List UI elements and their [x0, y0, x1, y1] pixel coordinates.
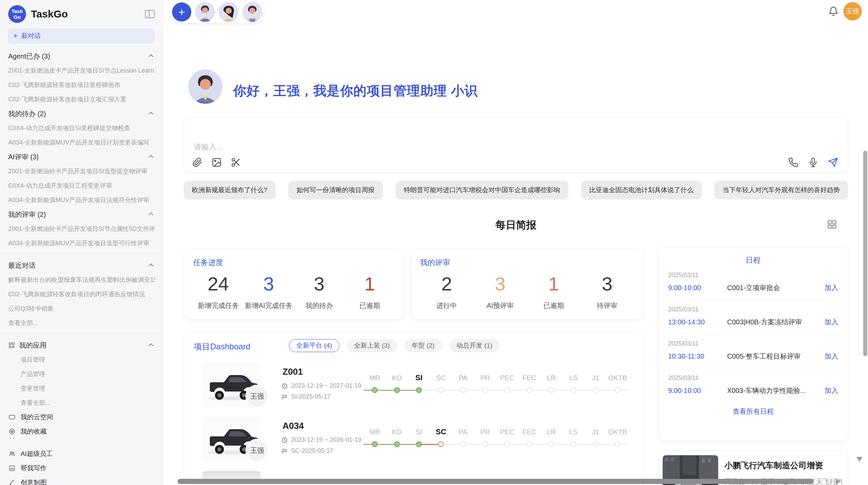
section-header-ai-review[interactable]: AI评审 (3)	[8, 153, 155, 161]
suggestion-chip[interactable]: 如何写一份清晰的项目周报	[288, 181, 383, 199]
tab-new-platform[interactable]: 全新平台 (4)	[289, 339, 339, 352]
milestone-ls: LS	[563, 373, 584, 398]
join-button[interactable]: 加入	[824, 386, 838, 395]
sidebar-item-view-all[interactable]: 查看全部...	[8, 399, 155, 407]
suggestion-chip[interactable]: 比亚迪全固态电池计划具体说了什么	[581, 181, 702, 199]
project-dashboard-card: 项目Dashboard 全新平台 (4) 全新上装 (3) 年型 (2) 动总开…	[184, 332, 643, 485]
user-avatar[interactable]: 王强	[843, 2, 862, 21]
sidebar-item-cloud-space[interactable]: 我的云空间	[8, 413, 155, 421]
avatar-agent-2[interactable]	[219, 2, 239, 22]
sidebar-item[interactable]: A034-全新新能源MUV产品开发项目法规符合性评审	[8, 196, 155, 204]
attachment-icon[interactable]	[192, 157, 203, 168]
layout-grid-icon[interactable]	[827, 219, 837, 229]
notification-bell-icon[interactable]	[828, 6, 839, 16]
sidebar-collapse-icon[interactable]	[145, 10, 155, 18]
sidebar-item[interactable]: A034-全新新能源MUV产品开发项目计划变更表编写	[8, 138, 155, 147]
event-date: 2025/03/11	[668, 340, 838, 347]
horizontal-scrollbar[interactable]	[178, 479, 814, 484]
milestone-si: SI	[408, 373, 430, 398]
microphone-icon[interactable]	[808, 157, 819, 168]
avatar-agent-3[interactable]	[242, 2, 262, 22]
add-session-button[interactable]: +	[172, 2, 191, 22]
milestone-pec: PEC	[496, 373, 518, 398]
sidebar-item[interactable]: C02-飞腾新能源轻客改款项目立项汇报方案	[8, 95, 155, 103]
sidebar-item-view-all[interactable]: 查看全部...	[8, 319, 155, 327]
sidebar-item[interactable]: C02-飞腾新能源轻客改款项目的闭环通告反馈情况	[8, 290, 155, 298]
chevron-up-icon	[149, 155, 154, 160]
new-chat-label: 新对话	[21, 32, 41, 40]
task-progress-card: 任务进度 24新增完成任务 3新增AI完成任务 3我的待办 1已逾期	[184, 249, 404, 320]
join-button[interactable]: 加入	[824, 352, 838, 361]
avatar-agent-1[interactable]	[195, 2, 215, 22]
sidebar-item-app[interactable]: 项目管理	[8, 356, 155, 364]
apps-grid-icon	[8, 342, 15, 349]
flag-icon	[281, 448, 288, 454]
dashboard-tabs: 全新平台 (4) 全新上装 (3) 年型 (2) 动总开发 (1)	[289, 339, 499, 352]
send-icon[interactable]	[828, 157, 839, 168]
milestone-pr: PR	[474, 373, 496, 398]
project-code[interactable]: Z001	[282, 366, 303, 377]
owner-badge: 王强	[245, 439, 269, 462]
assistant-avatar	[188, 70, 222, 104]
tab-new-body[interactable]: 全新上装 (3)	[347, 339, 397, 352]
chevron-up-icon	[149, 212, 154, 217]
suggestion-chips: 欧洲新规最近颁布了什么? 如何写一份清晰的项目周报 特朗普可能对进口汽车增税会对…	[184, 181, 848, 199]
sidebar-item[interactable]: 公司Q3轻卡销量	[8, 304, 155, 313]
owner-badge: 王强	[245, 385, 269, 408]
vertical-scrollbar[interactable]	[863, 151, 867, 356]
app-logo-text: Task Go	[11, 8, 23, 20]
sidebar-item[interactable]: Z001-全新燃油轻卡产品开发项目SI节点属性5D文件评审	[8, 225, 155, 233]
sidebar-item[interactable]: A034-全新新能源MUV产品开发项目造型可行性评审	[8, 239, 155, 247]
sidebar-item-ai-employee[interactable]: AI超级员工	[8, 450, 155, 458]
star-medal-icon	[8, 428, 16, 435]
my-reviews-card: 我的评审 2进行中 3AI预评审 1已逾期 3待评审	[411, 249, 643, 320]
project-flag-date: SI-2025-05-17	[281, 393, 330, 400]
divider	[0, 333, 163, 334]
milestone-lr: LR	[540, 427, 562, 452]
event-name: C003|H0B-方案冻结评审	[727, 318, 824, 327]
sidebar-item[interactable]: Z001-全新燃油轻卡产品开发项目SI造型提交物评审	[8, 167, 155, 175]
divider	[0, 442, 163, 442]
sidebar-item[interactable]: 解释最新出台的欧盟报废车法规再生塑料比例被调至15%...	[8, 276, 155, 284]
image-upload-icon[interactable]	[212, 157, 222, 168]
suggestion-chip[interactable]: 欧洲新规最近颁布了什么?	[184, 181, 276, 199]
stat-overdue: 1已逾期	[527, 273, 580, 310]
phone-call-icon[interactable]	[788, 157, 799, 168]
join-button[interactable]: 加入	[824, 318, 838, 327]
new-chat-button[interactable]: + 新对话	[8, 29, 155, 43]
view-all-schedule-link[interactable]: 查看所有日程	[668, 407, 838, 416]
section-header-my-review[interactable]: 我的评审 (2)	[8, 210, 155, 219]
tab-year-model[interactable]: 年型 (2)	[405, 339, 442, 352]
project-code[interactable]: A034	[282, 421, 304, 431]
sidebar-item[interactable]: C0X4-动力总成开发项目工程变更评审	[8, 182, 155, 190]
scroll-down-arrow[interactable]	[856, 457, 863, 462]
suggestion-chip[interactable]: 当下年轻人对汽车外观有怎样的喜好趋势	[714, 181, 848, 199]
sidebar-item[interactable]: Z001-全新燃油皮卡产品开发项目SI节点Lesson Learn报告	[8, 66, 155, 75]
sidebar-item-favorites[interactable]: 我的收藏	[8, 427, 155, 436]
join-button[interactable]: 加入	[824, 283, 838, 293]
section-header-my-apps[interactable]: 我的应用	[8, 341, 155, 349]
section-header-recent[interactable]: 最近对话	[8, 261, 155, 270]
cloud-space-icon	[8, 413, 16, 421]
milestone-pec: PEC	[496, 427, 518, 452]
section-header-agent-done[interactable]: Agent已办 (3)	[8, 52, 155, 60]
milestone-oktb: OKTB	[606, 373, 628, 398]
project-dates: 2023-12-19 ~ 2027-01-19	[281, 382, 361, 389]
flag-icon	[281, 394, 288, 400]
message-composer[interactable]: 请输入...	[184, 117, 848, 173]
sidebar-item-help-write[interactable]: 帮我写作	[8, 464, 155, 472]
sidebar-item-app[interactable]: 产品管理	[8, 370, 155, 378]
tab-powertrain[interactable]: 动总开发 (1)	[449, 339, 500, 352]
sidebar-item-app[interactable]: 变更管理	[8, 384, 155, 393]
sidebar-item[interactable]: C02-飞腾新能源轻客改款项目里程碑画布	[8, 81, 155, 89]
scissors-icon[interactable]	[231, 157, 242, 168]
suggestion-chip[interactable]: 特朗普可能对进口汽车增税会对中国车企造成哪些影响	[396, 181, 568, 199]
schedule-event: 2025/03/11 9:00-10:00C001-立项审批会加入	[668, 265, 838, 300]
chevron-up-icon	[149, 54, 154, 59]
sidebar-item-creative-draw[interactable]: 创意制图	[8, 478, 155, 485]
scroll-right-arrow[interactable]	[836, 478, 841, 485]
schedule-event: 2025/03/11 9:00-10:00X003-车辆动力学性能验...加入	[668, 368, 838, 402]
sidebar-item[interactable]: C0X4-动力总成开发项目SI里程碑提交物检查	[8, 124, 155, 132]
section-header-my-todo[interactable]: 我的待办 (2)	[8, 110, 155, 118]
people-icon	[8, 450, 16, 458]
